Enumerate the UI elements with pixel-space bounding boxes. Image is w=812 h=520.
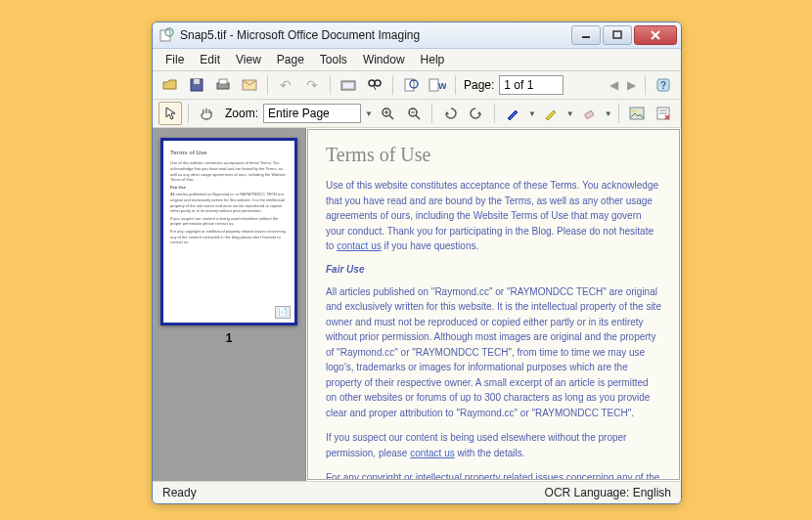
thumbnail-page-1[interactable]: Terms of Use Use of this website constit… [160, 138, 297, 325]
zoom-out-icon[interactable] [402, 102, 426, 125]
minimize-button[interactable] [571, 25, 601, 45]
contact-link-2[interactable]: contact us [410, 448, 455, 458]
prev-page-icon[interactable]: ◀ [607, 78, 621, 92]
svg-text:W: W [438, 81, 446, 91]
close-button[interactable] [634, 25, 677, 45]
content-area: Terms of Use Use of this website constit… [153, 128, 681, 481]
find-icon[interactable] [363, 73, 386, 97]
thumbnail-pane[interactable]: Terms of Use Use of this website constit… [153, 128, 306, 481]
help-icon[interactable]: ? [652, 73, 675, 97]
maximize-button[interactable] [603, 25, 632, 45]
select-tool-icon[interactable] [158, 102, 182, 125]
contact-link-1[interactable]: contact us [337, 240, 382, 251]
menu-file[interactable]: File [158, 51, 191, 68]
statusbar: Ready OCR Language: English [153, 481, 681, 503]
doc-paragraph-3: If you suspect our content is being used… [326, 430, 661, 460]
select-text-icon[interactable] [652, 102, 675, 125]
rotate-right-icon[interactable] [465, 102, 488, 125]
pen-blue-icon[interactable] [501, 102, 524, 125]
menu-edit[interactable]: Edit [193, 51, 227, 68]
ocr-badge-icon: 📄 [275, 306, 291, 319]
doc-paragraph-1: Use of this website constitutes acceptan… [326, 178, 661, 254]
svg-line-29 [416, 115, 420, 119]
document-pane[interactable]: Terms of Use Use of this website constit… [307, 129, 680, 480]
svg-line-25 [389, 115, 393, 119]
menu-page[interactable]: Page [270, 51, 311, 68]
svg-rect-14 [343, 83, 353, 88]
highlighter-icon[interactable] [539, 102, 563, 125]
doc-paragraph-4: For any copyright or intellectual proper… [326, 470, 661, 480]
doc-subheading: Fair Use [326, 264, 661, 275]
menubar: File Edit View Page Tools Window Help [153, 49, 681, 71]
print-icon[interactable] [211, 73, 235, 97]
undo-icon[interactable]: ↶ [274, 73, 297, 97]
zoom-field[interactable]: Entire Page [263, 104, 361, 123]
status-right: OCR Language: English [545, 486, 671, 499]
menu-tools[interactable]: Tools [313, 51, 354, 68]
rotate-left-icon[interactable] [438, 102, 462, 125]
zoom-in-icon[interactable] [376, 102, 399, 125]
zoom-dropdown-icon[interactable]: ▼ [365, 109, 373, 118]
menu-help[interactable]: Help [414, 51, 452, 68]
app-window: Snap5.tif - Microsoft Office Document Im… [152, 22, 682, 504]
app-icon [158, 27, 174, 43]
svg-rect-20 [429, 79, 438, 91]
doc-paragraph-2: All articles published on "Raymond.cc" o… [326, 284, 661, 421]
menu-window[interactable]: Window [356, 51, 412, 68]
svg-point-16 [375, 80, 381, 86]
page-label: Page: [464, 78, 494, 92]
svg-rect-5 [613, 31, 621, 38]
thumbnail-number: 1 [226, 331, 233, 345]
next-page-icon[interactable]: ▶ [624, 78, 639, 92]
svg-rect-11 [219, 79, 227, 84]
svg-line-17 [374, 86, 376, 90]
eraser-icon[interactable] [577, 102, 601, 125]
mail-icon[interactable] [238, 73, 261, 97]
svg-point-15 [369, 80, 375, 86]
ocr-icon[interactable] [399, 73, 423, 97]
save-icon[interactable] [185, 73, 208, 97]
zoom-label: Zoom: [225, 107, 258, 120]
toolbar-view: Zoom: Entire Page▼ ▼ ▼ ▼ [153, 100, 681, 128]
pan-tool-icon[interactable] [195, 102, 218, 125]
scan-icon[interactable] [337, 73, 360, 97]
menu-view[interactable]: View [229, 51, 268, 68]
svg-point-33 [632, 110, 635, 113]
window-title: Snap5.tif - Microsoft Office Document Im… [180, 28, 571, 42]
redo-icon[interactable]: ↷ [300, 73, 324, 97]
toolbar-standard: ↶ ↷ W Page: 1 of 1 ◀ ▶ ? [153, 71, 681, 100]
page-field[interactable]: 1 of 1 [499, 75, 564, 95]
open-icon[interactable] [158, 73, 182, 97]
send-to-word-icon[interactable]: W [426, 73, 449, 97]
svg-rect-9 [194, 79, 200, 84]
insert-picture-icon[interactable] [625, 102, 649, 125]
doc-heading: Terms of Use [326, 144, 661, 166]
status-left: Ready [162, 486, 197, 499]
svg-rect-32 [630, 108, 644, 119]
svg-text:?: ? [660, 80, 666, 91]
svg-rect-31 [584, 110, 593, 118]
titlebar[interactable]: Snap5.tif - Microsoft Office Document Im… [153, 22, 681, 49]
